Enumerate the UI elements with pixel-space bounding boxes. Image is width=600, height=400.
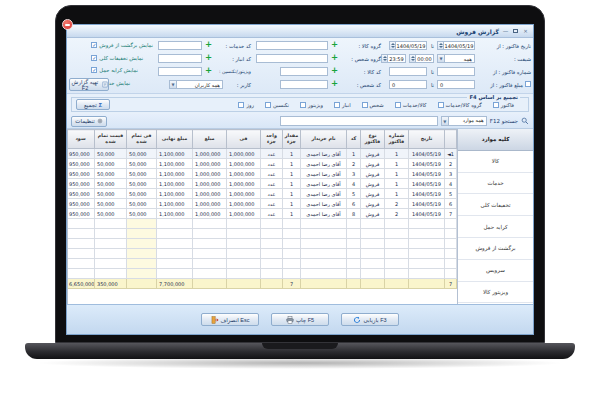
settings-button[interactable]: تنظیمات <box>71 116 107 127</box>
column-header[interactable]: نوع فاکتور <box>361 130 385 149</box>
cancel-button[interactable]: انصراف Esc <box>201 313 259 326</box>
table-row[interactable]: 71404/05/192فروش8آقای رضا احمدی1عدد1,000… <box>67 209 457 219</box>
agg-option-checkbox[interactable]: انبار <box>334 102 351 108</box>
empty-row[interactable] <box>67 259 457 269</box>
empty-row[interactable] <box>67 229 457 239</box>
checkbox-unchecked-icon[interactable] <box>362 102 368 108</box>
retrieve-button[interactable]: بازیابی F3 <box>341 313 399 326</box>
amount-filter-checkbox[interactable] <box>525 81 531 87</box>
cell: 1404/05/19 <box>409 179 445 189</box>
checkbox-unchecked-icon[interactable] <box>265 102 271 108</box>
totals-row[interactable]: 777,700,000350,0006,650,000 <box>67 279 457 289</box>
table-row[interactable]: 41404/05/191فروش4آقای رضا احمدی1عدد1,000… <box>67 179 457 189</box>
checkbox-checked-icon[interactable]: ✓ <box>91 55 97 61</box>
empty-row[interactable] <box>67 249 457 259</box>
cell: 1,000,000 <box>227 209 261 219</box>
display-option-checkbox[interactable]: ✓نمایش برگشت از فروش <box>91 41 153 49</box>
display-option-checkbox[interactable]: ✓نمایش کرایه حمل <box>91 66 153 74</box>
date-from-input[interactable]: 1404/05/19 <box>437 41 475 50</box>
sidebar-item[interactable]: ویزیتور کالا <box>458 282 533 304</box>
agg-option-checkbox[interactable]: ویزیتور <box>300 102 323 108</box>
sidebar-item[interactable]: خدمات <box>458 173 533 195</box>
column-header[interactable]: تاریخ <box>409 130 445 149</box>
goods-group-input[interactable] <box>256 41 328 50</box>
visitor-input[interactable] <box>158 67 202 76</box>
empty-row[interactable] <box>67 239 457 249</box>
checkbox-unchecked-icon[interactable] <box>300 102 306 108</box>
table-row[interactable]: ◄11404/05/191فروش1آقای رضا احمدی1عدد1,00… <box>67 149 457 159</box>
empty-row[interactable] <box>67 219 457 229</box>
column-header[interactable]: نام خریدار <box>301 130 347 149</box>
restore-icon[interactable] <box>513 29 518 33</box>
add-icon[interactable]: + <box>205 67 212 75</box>
services-code-input[interactable] <box>158 41 202 50</box>
column-header[interactable]: فی تمام شده <box>127 130 157 149</box>
add-icon[interactable]: + <box>331 67 338 75</box>
checkbox-checked-icon[interactable]: ✓ <box>91 67 97 73</box>
agg-option-checkbox[interactable]: تکنسین <box>265 102 289 108</box>
sidebar-item[interactable]: کالا <box>458 151 533 173</box>
agg-option-checkbox[interactable]: گروه کالا/خدمات <box>438 102 482 108</box>
agg-option-checkbox[interactable]: کالا/خدمات <box>395 102 427 108</box>
sidebar-item[interactable]: تخفیفات کلی <box>458 194 533 216</box>
goods-code-input[interactable] <box>280 67 328 76</box>
checkbox-unchecked-icon[interactable] <box>493 102 499 108</box>
column-header[interactable]: کد <box>347 130 361 149</box>
empty-row[interactable] <box>67 269 457 279</box>
shift-dropdown[interactable]: ▼ همه <box>437 54 475 63</box>
warehouse-code-input[interactable] <box>158 54 202 63</box>
sidebar-item[interactable]: سرویس <box>458 260 533 282</box>
add-icon[interactable]: + <box>331 80 338 88</box>
person-code-input[interactable] <box>280 80 328 89</box>
invoice-number-to-input[interactable] <box>389 67 427 76</box>
close-icon[interactable]: × <box>522 27 529 35</box>
user-dropdown[interactable]: ▼ همه کاربران <box>169 80 223 89</box>
search-input[interactable] <box>280 116 438 126</box>
column-header[interactable]: فی <box>227 130 261 149</box>
date-to-input[interactable]: 1404/05/19 <box>389 41 427 50</box>
column-header[interactable]: قیمت تمام شده <box>95 130 127 149</box>
prepare-report-button[interactable]: تهیه گزارش F2 <box>69 78 109 91</box>
time-from-input[interactable]: 00:00 <box>409 54 434 63</box>
add-icon[interactable]: + <box>331 54 338 62</box>
checkbox-checked-icon[interactable]: ✓ <box>91 42 97 48</box>
agg-option-checkbox[interactable]: فاکتور <box>493 102 514 108</box>
sidebar-item[interactable]: برگشت از فروش <box>458 238 533 260</box>
column-header[interactable]: سود <box>67 130 95 149</box>
checkbox-unchecked-icon[interactable] <box>438 102 444 108</box>
column-header[interactable]: مبلغ نهایی <box>157 130 193 149</box>
aggregate-button[interactable]: Σ تجمیع <box>76 99 110 110</box>
add-icon[interactable]: + <box>331 41 338 49</box>
cell: 1 <box>283 199 301 209</box>
sidebar-item[interactable]: کلیه موارد <box>458 129 533 151</box>
table-row[interactable]: 51404/05/191فروش5آقای رضا احمدی1عدد1,000… <box>67 189 457 199</box>
table-row[interactable]: 61404/05/192فروش6آقای رضا احمدی1عدد1,000… <box>67 199 457 209</box>
time-to-input[interactable]: 23:59 <box>381 54 406 63</box>
invoice-number-from-input[interactable] <box>437 67 475 76</box>
agg-option-checkbox[interactable]: روز <box>238 102 254 108</box>
agg-option-checkbox[interactable]: شخص <box>362 102 384 108</box>
chevron-down-icon[interactable]: ▼ <box>442 117 449 125</box>
column-header[interactable]: مقدار جزء <box>283 130 301 149</box>
minimize-icon[interactable]: — <box>502 27 509 35</box>
display-option-checkbox[interactable]: ✓نمایش تخفیفات کلی <box>91 54 153 62</box>
add-icon[interactable]: + <box>205 41 212 49</box>
add-icon[interactable]: + <box>205 54 212 62</box>
checkbox-unchecked-icon[interactable] <box>238 102 244 108</box>
column-header[interactable]: شماره فاکتور <box>385 130 409 149</box>
amount-to-input[interactable]: 0 <box>389 80 427 89</box>
amount-from-input[interactable]: 0 <box>437 80 475 89</box>
sidebar-item[interactable]: کرایه حمل <box>458 216 533 238</box>
checkbox-unchecked-icon[interactable] <box>395 102 401 108</box>
chevron-down-icon[interactable]: ▼ <box>170 81 177 88</box>
column-header[interactable]: مبلغ <box>193 130 227 149</box>
chevron-down-icon[interactable]: ▼ <box>438 55 445 62</box>
close-badge-icon[interactable] <box>62 19 73 30</box>
person-group-input[interactable] <box>256 54 328 63</box>
search-scope-dropdown[interactable]: ▼ همه موارد <box>441 116 487 126</box>
column-header[interactable]: واحد جزء <box>261 130 283 149</box>
print-button[interactable]: چاپ F5 <box>271 313 329 326</box>
table-row[interactable]: 31404/05/191فروش3آقای رضا احمدی1عدد1,000… <box>67 169 457 179</box>
table-row[interactable]: 21404/05/191فروش2آقای رضا احمدی1عدد1,000… <box>67 159 457 169</box>
checkbox-unchecked-icon[interactable] <box>334 102 340 108</box>
